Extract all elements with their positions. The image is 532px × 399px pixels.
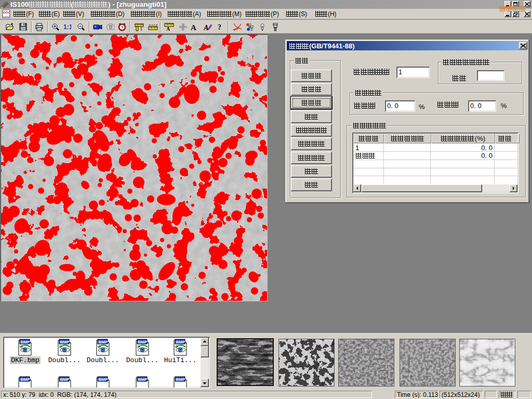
svg-text:1:1: 1:1: [63, 23, 71, 31]
svg-text:BMP: BMP: [138, 340, 148, 344]
svg-text:BMP: BMP: [21, 377, 30, 382]
svg-text:3: 3: [250, 28, 252, 31]
svg-text:BMP: BMP: [21, 340, 30, 344]
svg-text:BMP: BMP: [99, 340, 108, 344]
svg-text:BMP: BMP: [99, 377, 108, 382]
svg-text:BMP: BMP: [176, 340, 185, 344]
svg-text:A: A: [191, 23, 196, 32]
svg-text:?: ?: [218, 23, 221, 31]
svg-text:BMP: BMP: [176, 377, 185, 382]
svg-text:BMP: BMP: [60, 340, 70, 344]
svg-text:DOC: DOC: [3, 11, 10, 14]
svg-text:BMP: BMP: [138, 377, 148, 382]
svg-text:BMP: BMP: [60, 377, 70, 382]
svg-text:A: A: [166, 26, 170, 31]
